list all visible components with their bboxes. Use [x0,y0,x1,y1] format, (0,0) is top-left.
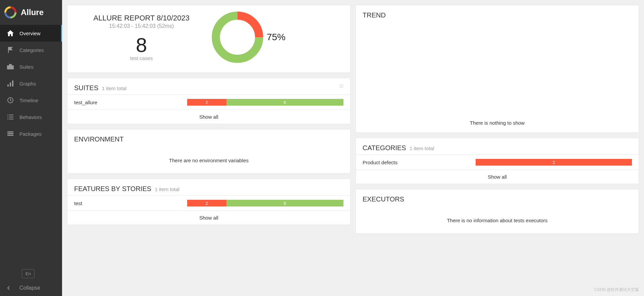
feature-label: test [74,200,187,206]
nav-label: Timeline [19,98,38,103]
chart-icon [7,80,14,87]
svg-rect-12 [7,131,13,132]
environment-widget: ENVIRONMENT There are no environment var… [67,129,351,174]
nav-item-packages[interactable]: Packages [0,125,62,142]
allure-logo-icon [4,6,17,19]
nav-item-graphs[interactable]: Graphs [0,75,62,92]
collapse-button[interactable]: Collapse [7,285,55,291]
svg-rect-11 [9,119,13,119]
home-icon [7,29,14,37]
svg-rect-1 [9,64,12,65]
drag-handle-icon[interactable] [339,84,343,88]
nav-item-categories[interactable]: Categories [0,42,62,58]
svg-point-23 [340,87,341,88]
svg-point-19 [342,84,343,85]
watermark: CSDN @软件测试大空翼 [594,287,639,293]
svg-point-20 [340,86,341,87]
main-content: ALLURE REPORT 8/10/2023 15:42:03 - 15:42… [62,0,644,296]
category-label: Product defects [363,160,476,165]
categories-subtitle: 1 item total [410,145,434,151]
nav-label: Overview [19,31,41,36]
sidebar: Allure Overview Categories Suites [0,0,62,296]
logo-text: Allure [21,8,44,17]
environment-title: ENVIRONMENT [74,135,124,143]
report-title: ALLURE REPORT 8/10/2023 [74,14,209,22]
features-widget: FEATURES BY STORIES 1 item total test 2 … [67,179,351,225]
svg-point-24 [341,87,342,88]
donut-chart: 75% [209,9,344,66]
nav-label: Suites [19,64,34,70]
svg-rect-8 [7,117,8,117]
categories-show-all[interactable]: Show all [356,170,639,184]
suite-label: test_allure [74,100,187,105]
bar-passed: 6 [226,200,343,206]
bar-failed: 2 [476,159,632,166]
bar-passed: 6 [226,99,343,106]
report-time: 15:42:03 - 15:42:03 (52ms) [74,23,209,29]
executors-widget: EXECUTORS There is no information about … [356,189,639,234]
layers-icon [7,130,14,137]
nav-label: Behaviors [19,114,42,120]
trend-title: TREND [363,11,386,19]
sidebar-footer: En Collapse [0,264,62,296]
suites-subtitle: 1 item total [102,85,126,91]
features-show-all[interactable]: Show all [67,211,350,225]
trend-widget: TREND There is nothing to show [356,5,639,133]
nav-item-overview[interactable]: Overview [0,25,62,42]
test-count-label: test cases [74,55,209,61]
flag-icon [7,46,14,54]
nav-item-timeline[interactable]: Timeline [0,92,62,109]
svg-rect-2 [7,84,9,86]
svg-point-22 [342,86,343,87]
svg-rect-4 [12,80,13,86]
svg-point-25 [342,87,343,88]
svg-rect-6 [7,115,8,115]
suites-show-all[interactable]: Show all [67,110,350,124]
executors-title: EXECUTORS [363,195,404,203]
svg-rect-9 [9,117,13,117]
nav-label: Packages [19,131,42,137]
bar-failed: 2 [187,200,226,206]
environment-empty: There are no environment variables [74,149,343,167]
nav-item-suites[interactable]: Suites [0,58,62,75]
svg-rect-7 [9,115,13,115]
nav-label: Categories [19,47,44,53]
suites-widget: SUITES 1 item total test_allure 2 6 Show… [67,78,351,124]
feature-row[interactable]: test 2 6 [67,195,350,211]
svg-rect-10 [7,119,8,119]
nav-label: Graphs [19,81,36,86]
suite-row[interactable]: test_allure 2 6 [67,95,350,110]
features-subtitle: 1 item total [155,186,179,192]
donut-svg [209,9,266,66]
features-title: FEATURES BY STORIES [74,185,151,192]
svg-rect-14 [7,135,13,136]
svg-rect-3 [10,82,11,86]
suite-bar: 2 6 [187,99,343,106]
svg-point-21 [341,86,342,87]
collapse-label: Collapse [19,285,40,291]
suites-title: SUITES [74,84,98,92]
category-bar: 2 [476,159,632,166]
svg-rect-0 [7,65,14,69]
chevron-left-icon [7,286,14,290]
nav-item-behaviors[interactable]: Behaviors [0,109,62,125]
list-icon [7,113,14,121]
summary-widget: ALLURE REPORT 8/10/2023 15:42:03 - 15:42… [67,5,351,73]
category-row[interactable]: Product defects 2 [356,155,639,170]
test-count: 8 [74,35,209,55]
clock-icon [7,97,14,104]
categories-title: CATEGORIES [363,144,406,152]
donut-percent: 75% [267,32,285,43]
svg-point-18 [341,84,342,85]
feature-bar: 2 6 [187,200,343,206]
nav: Overview Categories Suites Graphs [0,25,62,264]
briefcase-icon [7,63,14,70]
language-button[interactable]: En [22,269,35,278]
bar-failed: 2 [187,99,226,106]
categories-widget: CATEGORIES 1 item total Product defects … [356,138,639,184]
svg-rect-13 [7,133,13,134]
logo[interactable]: Allure [0,0,62,25]
executors-empty: There is no information about tests exec… [363,209,632,227]
svg-point-17 [340,84,341,85]
trend-empty: There is nothing to show [470,120,525,126]
